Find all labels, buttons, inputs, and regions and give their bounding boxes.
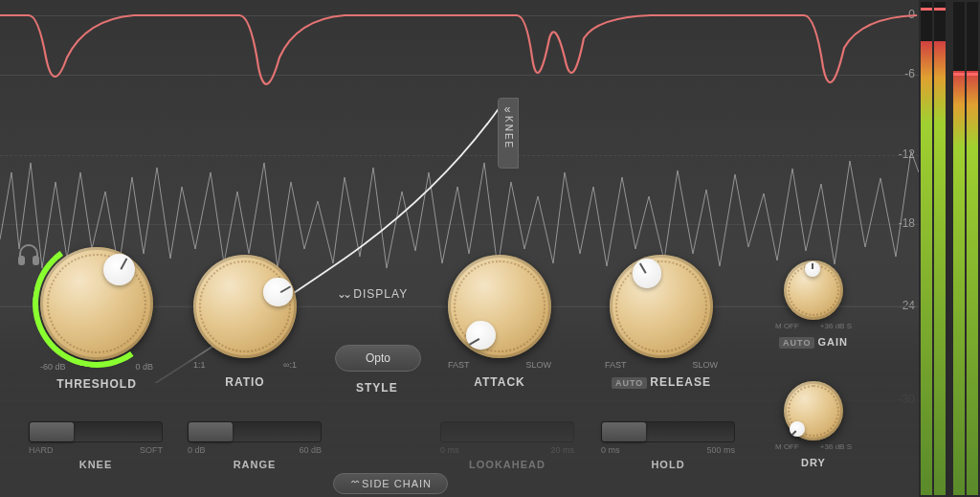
knee-slider[interactable] xyxy=(29,421,163,442)
threshold-label: THRESHOLD xyxy=(34,377,159,391)
dry-group: M OFF+36 dB S DRY xyxy=(766,381,861,468)
range-min: 0 dB xyxy=(188,445,206,455)
gain-min: M OFF xyxy=(775,322,799,330)
gain-max: +36 dB S xyxy=(820,322,852,330)
knee-tab-label: KNEE xyxy=(503,116,514,149)
lookahead-slider-group: 0 ms20 ms LOOKAHEAD xyxy=(440,421,574,470)
meter-3 xyxy=(953,2,965,495)
release-group: FASTSLOW AUTORELEASE xyxy=(599,255,724,389)
hold-label: HOLD xyxy=(601,459,735,470)
range-slider-group: 0 dB60 dB RANGE xyxy=(188,421,322,470)
range-slider[interactable] xyxy=(188,421,322,442)
lookahead-slider[interactable] xyxy=(440,421,574,442)
range-max: 60 dB xyxy=(299,445,322,455)
meter-2 xyxy=(934,2,946,495)
lookahead-max: 20 ms xyxy=(550,445,574,455)
release-max: SLOW xyxy=(692,360,718,370)
gain-auto[interactable]: AUTO xyxy=(779,337,814,349)
ratio-min: 1:1 xyxy=(193,360,206,370)
threshold-knob[interactable] xyxy=(40,247,153,360)
ratio-max: ∞:1 xyxy=(283,360,297,370)
release-label: AUTORELEASE xyxy=(599,375,724,389)
dry-min: M OFF xyxy=(775,442,799,451)
style-label: STYLE xyxy=(356,381,398,395)
gain-label: AUTOGAIN xyxy=(766,336,861,348)
hold-slider-group: 0 ms500 ms HOLD xyxy=(601,421,735,470)
release-knob[interactable] xyxy=(610,255,713,358)
gain-knob[interactable] xyxy=(784,260,843,320)
attack-min: FAST xyxy=(448,360,470,370)
dry-max: +36 dB S xyxy=(820,442,852,451)
meter-4 xyxy=(967,2,978,495)
threshold-max: 0 dB xyxy=(135,362,153,372)
knee-label: KNEE xyxy=(29,459,163,470)
dry-label: DRY xyxy=(766,457,861,468)
display-toggle[interactable]: DISPLAY xyxy=(337,287,408,301)
knee-min: HARD xyxy=(29,445,54,455)
range-label: RANGE xyxy=(188,459,322,470)
db-scale-30: -30 xyxy=(899,393,915,406)
knee-slider-group: HARDSOFT KNEE xyxy=(29,421,163,470)
meter-1 xyxy=(921,2,932,495)
knee-max: SOFT xyxy=(140,445,163,455)
release-auto[interactable]: AUTO xyxy=(612,377,647,389)
attack-knob[interactable] xyxy=(448,255,551,358)
svg-rect-0 xyxy=(19,257,24,264)
threshold-min: -60 dB xyxy=(40,362,66,372)
threshold-group: -60 dB0 dB THRESHOLD xyxy=(34,247,159,391)
output-meters xyxy=(919,0,980,497)
dry-knob[interactable] xyxy=(784,381,843,441)
hold-max: 500 ms xyxy=(706,445,735,455)
gain-group: M OFF+36 dB S AUTOGAIN xyxy=(766,260,861,348)
ratio-group: 1:1∞:1 RATIO xyxy=(188,255,302,389)
release-min: FAST xyxy=(605,360,627,370)
sidechain-button[interactable]: SIDE CHAIN xyxy=(333,473,448,494)
hold-slider[interactable] xyxy=(601,421,735,442)
knee-tab[interactable]: KNEE xyxy=(498,98,519,169)
ratio-label: RATIO xyxy=(188,375,302,389)
attack-group: FASTSLOW ATTACK xyxy=(442,255,557,389)
lookahead-min: 0 ms xyxy=(440,445,459,455)
hold-min: 0 ms xyxy=(601,445,620,455)
style-button[interactable]: Opto xyxy=(335,345,421,372)
lookahead-label: LOOKAHEAD xyxy=(440,459,574,470)
attack-max: SLOW xyxy=(525,360,551,370)
ratio-knob[interactable] xyxy=(193,255,297,358)
attack-label: ATTACK xyxy=(442,375,557,389)
